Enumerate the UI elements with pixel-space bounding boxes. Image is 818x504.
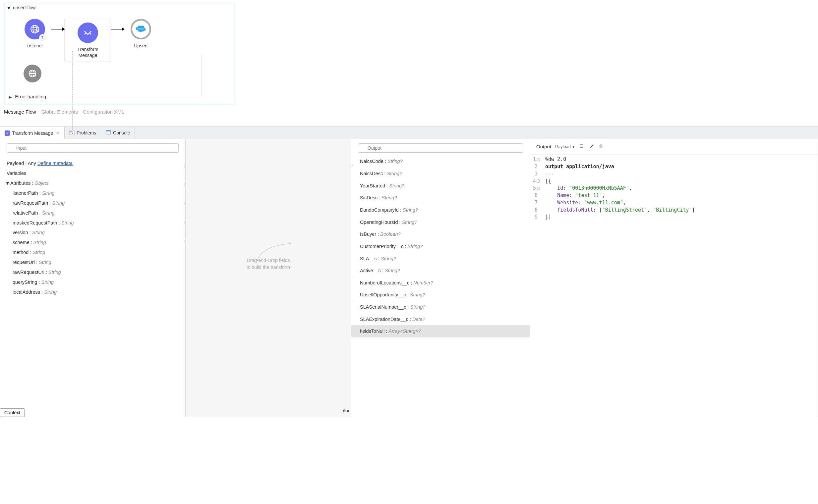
code-pane: Output Payload ▼ 1 2 3: [530, 139, 818, 417]
salesforce-icon: salesforce: [130, 19, 151, 39]
code-editor[interactable]: 1 2 3 4 5 6 7 8 9 %dw 2.0 output applica…: [530, 155, 818, 221]
delete-icon[interactable]: [598, 143, 603, 150]
input-attribute-row[interactable]: localAddress : String: [7, 287, 179, 297]
output-label: Output: [536, 144, 551, 149]
error-handling-section[interactable]: ▶ Error handling: [4, 89, 234, 104]
node-label: Transform Message: [77, 46, 98, 58]
transform-tab-icon: [5, 130, 10, 136]
input-attribute-row[interactable]: version : String: [7, 228, 179, 238]
tab-message-flow[interactable]: Message Flow: [4, 109, 36, 115]
tab-label: Transform Message: [12, 130, 53, 136]
output-field-row[interactable]: CustomerPriority__c : String?: [351, 240, 530, 253]
tab-label: Console: [113, 130, 130, 135]
flow-canvas[interactable]: ▶ upsert-flow Listener: [4, 3, 234, 104]
input-attribute-row[interactable]: queryString : String: [7, 277, 179, 287]
add-target-icon[interactable]: [579, 144, 585, 149]
node-label: Upsert: [134, 43, 147, 49]
output-field-row[interactable]: SicDesc : String?: [351, 192, 530, 204]
define-metadata-link[interactable]: Define metadata: [37, 161, 73, 166]
payload-row[interactable]: Payload : Any Define metadata: [7, 159, 179, 169]
input-search-field[interactable]: [7, 143, 179, 153]
input-attribute-row[interactable]: rawRequestUri : String: [7, 268, 179, 277]
output-field-row[interactable]: DandbCompanyId : String?: [351, 204, 530, 216]
flow-name[interactable]: ▶ upsert-flow: [4, 3, 234, 12]
globe-icon: [25, 19, 45, 39]
input-attribute-row[interactable]: relativePath : String: [7, 208, 179, 218]
collapse-icon[interactable]: ▶: [7, 7, 11, 10]
output-field-row[interactable]: SLA__c : String?: [351, 253, 530, 265]
output-field-row[interactable]: fieldsToNull : Array<String>?: [351, 325, 530, 337]
svg-rect-9: [106, 130, 111, 131]
input-attribute-row[interactable]: scheme : String: [7, 238, 179, 248]
output-pane: NaicsCode : String?NaicsDesc : String?Ye…: [351, 139, 530, 417]
node-label: Listener: [26, 43, 43, 49]
arrow-connector: [111, 29, 124, 29]
output-field-row[interactable]: SLASerialNumber__c : String?: [351, 301, 530, 313]
output-field-row[interactable]: Active__c : String?: [351, 265, 530, 277]
mapping-placeholder: Drag-and-Drop fields to build the transf…: [247, 257, 290, 271]
output-field-row[interactable]: IsBuyer : Boolean?: [351, 228, 530, 240]
context-button[interactable]: Context: [0, 408, 25, 417]
error-handling-label: Error handling: [15, 94, 46, 99]
output-field-row[interactable]: UpsellOpportunity__c : String?: [351, 289, 530, 301]
input-attribute-row[interactable]: rawRequestPath : String: [7, 198, 179, 208]
output-field-row[interactable]: NaicsDesc : String?: [351, 168, 530, 180]
edit-icon[interactable]: [589, 143, 594, 150]
arrow-connector: [51, 29, 65, 29]
bottom-panel: Transform Message ✕ Problems Console: [0, 126, 818, 417]
collapse-icon[interactable]: ▶: [4, 182, 12, 185]
input-attribute-row[interactable]: requestUri : String: [7, 258, 179, 268]
input-pane: Payload : Any Define metadata Variables …: [0, 139, 185, 417]
tab-transform-message[interactable]: Transform Message ✕: [0, 127, 65, 139]
problems-icon: [69, 130, 75, 136]
input-attribute-row[interactable]: maskedRequestPath : String: [7, 218, 179, 228]
flow-node-listener[interactable]: Listener: [18, 19, 51, 49]
tab-configuration-xml[interactable]: Configuration XML: [83, 109, 124, 115]
output-field-row[interactable]: NaicsCode : String?: [351, 155, 530, 168]
expand-icon[interactable]: ▶: [9, 95, 12, 99]
output-field-row[interactable]: YearStarted : String?: [351, 180, 530, 192]
variables-row[interactable]: Variables: [7, 169, 179, 178]
tab-label: Problems: [77, 130, 96, 135]
close-icon[interactable]: ✕: [56, 130, 60, 136]
output-search-field[interactable]: [358, 143, 523, 153]
globe-faded-icon: [24, 65, 41, 82]
flow-node-upsert[interactable]: salesforce Upsert: [124, 19, 157, 49]
output-field-row[interactable]: SLAExpirationDate__c : Date?: [351, 313, 530, 326]
mapping-pane[interactable]: Drag-and-Drop fields to build the transf…: [185, 139, 351, 417]
tab-problems[interactable]: Problems: [65, 127, 101, 139]
tab-console[interactable]: Console: [101, 127, 135, 139]
output-field-row[interactable]: OperatingHoursId : String?: [351, 216, 530, 228]
fx-icon: fx: [343, 408, 349, 414]
console-icon: [106, 130, 111, 136]
input-attribute-row[interactable]: method : String: [7, 248, 179, 258]
output-field-row[interactable]: NumberofLocations__c : Number?: [351, 277, 530, 289]
svg-point-12: [289, 242, 291, 244]
svg-text:salesforce: salesforce: [137, 28, 145, 30]
svg-rect-5: [70, 130, 74, 135]
editor-tabs: Message Flow Global Elements Configurati…: [0, 104, 818, 117]
transform-icon: [77, 23, 98, 43]
svg-point-6: [70, 131, 72, 132]
flow-title: upsert-flow: [13, 5, 35, 10]
flow-node-transform[interactable]: Transform Message: [65, 19, 111, 61]
input-attribute-row[interactable]: listenerPath : String: [7, 188, 179, 198]
payload-selector[interactable]: Payload ▼: [555, 144, 575, 149]
attributes-row[interactable]: ▶Attributes : Object: [7, 178, 179, 188]
